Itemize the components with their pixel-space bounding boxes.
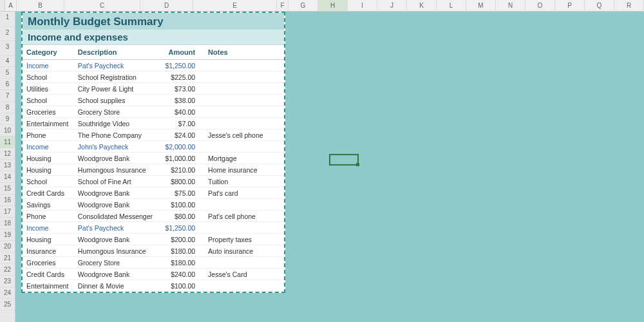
cell-amount[interactable]: $225.00 xyxy=(159,71,204,83)
table-row[interactable]: IncomePat's Paycheck$1,250.00 xyxy=(23,60,284,71)
cell-amount[interactable]: $100.00 xyxy=(159,199,204,211)
table-row[interactable]: GroceriesGrocery Store$40.00 xyxy=(23,106,284,118)
cell-notes[interactable]: Pat's card xyxy=(204,187,284,199)
cell-category[interactable]: Income xyxy=(23,60,74,71)
table-row[interactable]: SchoolSchool Registration$225.00 xyxy=(23,71,284,83)
cell-description[interactable]: Woodgrove Bank xyxy=(74,153,159,164)
cell-category[interactable]: Housing xyxy=(23,164,74,176)
col-header-O[interactable]: O xyxy=(526,0,555,11)
col-header-J[interactable]: J xyxy=(377,0,407,11)
cell-notes[interactable]: Mortgage xyxy=(204,153,284,164)
cell-notes[interactable] xyxy=(204,95,284,106)
cell-category[interactable]: Utilities xyxy=(23,83,74,95)
table-row[interactable]: PhoneThe Phone Company$24.00Jesse's cell… xyxy=(23,129,284,141)
cell-description[interactable]: Humongous Insurance xyxy=(74,245,159,257)
cell-notes[interactable] xyxy=(204,83,284,95)
cell-amount[interactable]: $210.00 xyxy=(159,164,204,176)
row-header-4[interactable]: 4 xyxy=(0,55,15,67)
cell-notes[interactable] xyxy=(204,141,284,153)
col-header-L[interactable]: L xyxy=(437,0,466,11)
table-row[interactable]: EntertainmentSouthridge Video$7.00 xyxy=(23,118,284,129)
col-header-Q[interactable]: Q xyxy=(585,0,614,11)
cell-notes[interactable]: Auto insurance xyxy=(204,245,284,257)
cell-category[interactable]: Entertainment xyxy=(23,118,74,129)
cell-category[interactable]: Savings xyxy=(23,199,74,211)
select-all-corner[interactable] xyxy=(0,0,5,11)
cell-notes[interactable] xyxy=(204,280,284,292)
table-row[interactable]: IncomeJohn's Paycheck$2,000.00 xyxy=(23,141,284,153)
cell-amount[interactable]: $24.00 xyxy=(159,129,204,141)
cell-amount[interactable]: $800.00 xyxy=(159,176,204,187)
cell-category[interactable]: Groceries xyxy=(23,257,74,269)
row-header-1[interactable]: 1 xyxy=(0,12,15,27)
cell-category[interactable]: Income xyxy=(23,141,74,153)
cell-description[interactable]: Dinner & Movie xyxy=(74,280,159,292)
col-header-P[interactable]: P xyxy=(555,0,585,11)
cell-description[interactable]: Grocery Store xyxy=(74,106,159,118)
col-header-G[interactable]: G xyxy=(289,0,318,11)
cell-notes[interactable]: Tuition xyxy=(204,176,284,187)
cell-notes[interactable]: Pat's cell phone xyxy=(204,211,284,222)
cell-amount[interactable]: $7.00 xyxy=(159,118,204,129)
table-row[interactable]: SavingsWoodgrove Bank$100.00 xyxy=(23,199,284,211)
cell-description[interactable]: City Power & Light xyxy=(74,83,159,95)
cell-category[interactable]: School xyxy=(23,95,74,106)
table-row[interactable]: PhoneConsolidated Messenger$80.00Pat's c… xyxy=(23,211,284,222)
cell-amount[interactable]: $180.00 xyxy=(159,245,204,257)
cell-amount[interactable]: $1,250.00 xyxy=(159,60,204,71)
cell-notes[interactable]: Property taxes xyxy=(204,234,284,245)
col-header-I[interactable]: I xyxy=(348,0,377,11)
table-row[interactable]: HousingHumongous Insurance$210.00Home in… xyxy=(23,164,284,176)
cell-amount[interactable]: $38.00 xyxy=(159,95,204,106)
row-header-16[interactable]: 16 xyxy=(0,194,15,206)
cell-category[interactable]: Phone xyxy=(23,129,74,141)
row-header-5[interactable]: 5 xyxy=(0,67,15,79)
cell-notes[interactable] xyxy=(204,222,284,234)
cell-description[interactable]: Woodgrove Bank xyxy=(74,269,159,280)
cell-category[interactable]: Housing xyxy=(23,153,74,164)
col-header-D[interactable]: D xyxy=(140,0,193,11)
row-header-15[interactable]: 15 xyxy=(0,183,15,194)
table-row[interactable]: Credit CardsWoodgrove Bank$240.00Jesse's… xyxy=(23,269,284,280)
table-row[interactable]: EntertainmentDinner & Movie$100.00 xyxy=(23,280,284,292)
row-header-11[interactable]: 11 xyxy=(0,137,15,148)
header-amount[interactable]: Amount xyxy=(159,45,204,60)
cell-category[interactable]: Entertainment xyxy=(23,280,74,292)
cell-amount[interactable]: $75.00 xyxy=(159,187,204,199)
header-category[interactable]: Category xyxy=(23,45,74,60)
cell-category[interactable]: School xyxy=(23,71,74,83)
cell-category[interactable]: School xyxy=(23,176,74,187)
table-row[interactable]: HousingWoodgrove Bank$200.00Property tax… xyxy=(23,234,284,245)
cell-amount[interactable]: $200.00 xyxy=(159,234,204,245)
cell-notes[interactable] xyxy=(204,60,284,71)
cell-description[interactable]: School supplies xyxy=(74,95,159,106)
row-header-13[interactable]: 13 xyxy=(0,160,15,171)
cell-description[interactable]: John's Paycheck xyxy=(74,141,159,153)
cell-notes[interactable]: Jesse's cell phone xyxy=(204,129,284,141)
cell-description[interactable]: Woodgrove Bank xyxy=(74,199,159,211)
cell-description[interactable]: Pat's Paycheck xyxy=(74,222,159,234)
cell-notes[interactable] xyxy=(204,71,284,83)
table-row[interactable]: HousingWoodgrove Bank$1,000.00Mortgage xyxy=(23,153,284,164)
row-header-20[interactable]: 20 xyxy=(0,241,15,252)
cell-description[interactable]: Humongous Insurance xyxy=(74,164,159,176)
cell-category[interactable]: Insurance xyxy=(23,245,74,257)
cell-description[interactable]: The Phone Company xyxy=(74,129,159,141)
row-header-17[interactable]: 17 xyxy=(0,206,15,218)
cell-notes[interactable] xyxy=(204,118,284,129)
col-header-M[interactable]: M xyxy=(466,0,496,11)
cell-description[interactable]: School of Fine Art xyxy=(74,176,159,187)
cell-description[interactable]: Consolidated Messenger xyxy=(74,211,159,222)
cell-category[interactable]: Phone xyxy=(23,211,74,222)
cell-amount[interactable]: $240.00 xyxy=(159,269,204,280)
row-header-2[interactable]: 2 xyxy=(0,27,15,41)
col-header-N[interactable]: N xyxy=(496,0,526,11)
header-description[interactable]: Description xyxy=(74,45,159,60)
row-header-22[interactable]: 22 xyxy=(0,264,15,276)
cell-category[interactable]: Income xyxy=(23,222,74,234)
table-row[interactable]: UtilitiesCity Power & Light$73.00 xyxy=(23,83,284,95)
cell-category[interactable]: Housing xyxy=(23,234,74,245)
cell-description[interactable]: Woodgrove Bank xyxy=(74,187,159,199)
row-header-19[interactable]: 19 xyxy=(0,229,15,241)
cell-amount[interactable]: $40.00 xyxy=(159,106,204,118)
